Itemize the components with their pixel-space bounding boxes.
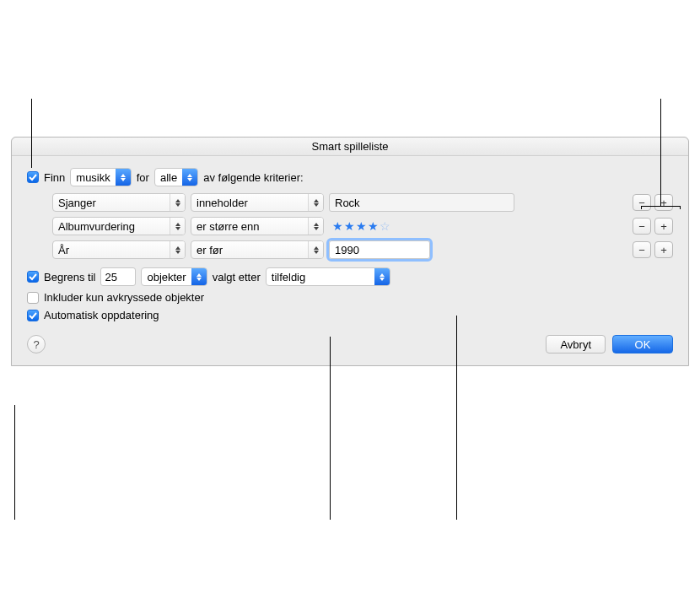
chevron-updown-icon: [170, 218, 185, 235]
chevron-updown-icon: [116, 169, 131, 186]
dialog-content: Finn musikk for alle av følgende kriteri…: [12, 156, 688, 365]
selected-by-label: valgt etter: [213, 271, 261, 283]
rule-value-input[interactable]: Rock: [329, 193, 514, 212]
match-checkbox[interactable]: [27, 171, 39, 183]
limit-checkbox[interactable]: [27, 271, 39, 283]
chevron-updown-icon: [182, 169, 197, 186]
chevron-updown-icon: [308, 194, 323, 211]
star-icon: ★: [344, 219, 355, 233]
rule-operator-select[interactable]: er større enn: [191, 217, 324, 235]
rule-value-stars[interactable]: ★ ★ ★ ★ ☆: [329, 219, 390, 233]
only-checked-checkbox[interactable]: [27, 292, 39, 304]
match-mode-select[interactable]: alle: [154, 168, 198, 186]
sort-order-select[interactable]: tilfeldig: [266, 267, 390, 286]
cancel-button[interactable]: Avbryt: [546, 335, 606, 353]
media-type-select[interactable]: musikk: [70, 168, 131, 186]
callout-line: [456, 316, 457, 520]
smart-playlist-dialog: Smart spilleliste Finn musikk for alle a…: [11, 137, 689, 366]
callout-line: [31, 99, 32, 168]
rule-row: Albumvurdering er større enn ★ ★ ★ ★ ☆ −: [52, 217, 673, 235]
star-icon: ★: [368, 219, 379, 233]
limit-unit-select[interactable]: objekter: [141, 267, 207, 286]
callout-line: [14, 405, 15, 520]
find-label: Finn: [44, 171, 65, 184]
remove-rule-button[interactable]: −: [633, 241, 651, 258]
rule-value-input[interactable]: 1990: [329, 240, 430, 259]
rule-field-select[interactable]: Albumvurdering: [52, 217, 186, 235]
rule-field-select[interactable]: Sjanger: [52, 193, 186, 212]
callout-line: [680, 206, 681, 209]
rules-list: Sjanger inneholder Rock − + Albu: [52, 193, 673, 259]
help-button[interactable]: ?: [27, 335, 46, 353]
chevron-updown-icon: [170, 241, 185, 258]
live-update-checkbox[interactable]: [27, 310, 39, 321]
callout-line: [330, 337, 331, 520]
limit-row: Begrens til objekter valgt etter tilfeld…: [27, 267, 673, 286]
for-label: for: [137, 171, 149, 184]
limit-value-input[interactable]: [100, 267, 136, 286]
rule-buttons: − +: [633, 218, 673, 235]
star-icon: ★: [332, 219, 343, 233]
rule-operator-select[interactable]: er før: [191, 240, 324, 259]
rule-row: År er før 1990 − +: [52, 240, 673, 259]
criteria-label: av følgende kriterier:: [203, 171, 304, 184]
remove-rule-button[interactable]: −: [633, 194, 651, 211]
limit-label: Begrens til: [44, 271, 95, 283]
rule-buttons: − +: [633, 194, 673, 211]
rule-field-select[interactable]: År: [52, 240, 186, 259]
add-rule-button[interactable]: +: [654, 194, 673, 211]
dialog-title: Smart spilleliste: [12, 138, 688, 156]
chevron-updown-icon: [191, 268, 207, 285]
chevron-updown-icon: [170, 194, 185, 211]
callout-line: [660, 99, 661, 206]
rule-operator-select[interactable]: inneholder: [191, 193, 324, 212]
only-checked-row: Inkluder kun avkryssede objekter: [27, 291, 673, 304]
ok-button[interactable]: OK: [612, 335, 673, 353]
rule-row: Sjanger inneholder Rock − +: [52, 193, 673, 212]
live-update-label: Automatisk oppdatering: [44, 309, 159, 321]
remove-rule-button[interactable]: −: [633, 218, 651, 235]
chevron-updown-icon: [374, 268, 390, 285]
chevron-updown-icon: [308, 218, 323, 235]
star-icon: ★: [356, 219, 367, 233]
chevron-updown-icon: [308, 241, 323, 258]
star-empty-icon: ☆: [380, 219, 390, 233]
match-row: Finn musikk for alle av følgende kriteri…: [27, 168, 673, 186]
callout-line: [641, 206, 642, 209]
rule-buttons: − +: [633, 241, 673, 258]
live-update-row: Automatisk oppdatering: [27, 309, 673, 321]
dialog-footer: ? Avbryt OK: [27, 335, 673, 353]
add-rule-button[interactable]: +: [654, 218, 673, 235]
only-checked-label: Inkluder kun avkryssede objekter: [44, 291, 204, 304]
add-rule-button[interactable]: +: [654, 241, 673, 258]
callout-line: [641, 206, 680, 207]
